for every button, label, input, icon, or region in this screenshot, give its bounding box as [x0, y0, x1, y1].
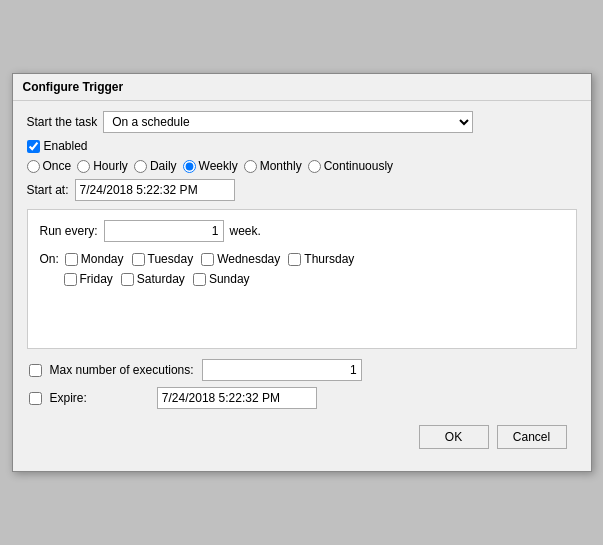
- bottom-section: Max number of executions: Expire:: [27, 359, 577, 409]
- day-monday-checkbox[interactable]: [65, 253, 78, 266]
- day-tuesday[interactable]: Tuesday: [132, 252, 194, 266]
- run-every-label: Run every:: [40, 224, 98, 238]
- start-task-label: Start the task: [27, 115, 98, 129]
- on-label: On:: [40, 252, 59, 266]
- max-executions-checkbox[interactable]: [29, 364, 42, 377]
- max-executions-label[interactable]: Max number of executions:: [50, 363, 194, 377]
- day-thursday-checkbox[interactable]: [288, 253, 301, 266]
- dialog-buttons: OK Cancel: [27, 419, 577, 457]
- schedule-type-group: Once Hourly Daily Weekly Monthly Continu…: [27, 159, 577, 173]
- radio-hourly[interactable]: Hourly: [77, 159, 128, 173]
- radio-monthly[interactable]: Monthly: [244, 159, 302, 173]
- day-sunday-checkbox[interactable]: [193, 273, 206, 286]
- expire-label[interactable]: Expire:: [50, 391, 87, 405]
- day-friday-checkbox[interactable]: [64, 273, 77, 286]
- start-task-select[interactable]: On a schedule At log on At startup On id…: [103, 111, 473, 133]
- day-tuesday-checkbox[interactable]: [132, 253, 145, 266]
- ok-button[interactable]: OK: [419, 425, 489, 449]
- dialog-title: Configure Trigger: [13, 74, 591, 101]
- expire-checkbox[interactable]: [29, 392, 42, 405]
- day-sunday[interactable]: Sunday: [193, 272, 250, 286]
- expire-input[interactable]: [157, 387, 317, 409]
- day-wednesday-checkbox[interactable]: [201, 253, 214, 266]
- radio-monthly-input[interactable]: [244, 160, 257, 173]
- max-executions-input[interactable]: [202, 359, 362, 381]
- day-monday[interactable]: Monday: [65, 252, 124, 266]
- day-saturday-checkbox[interactable]: [121, 273, 134, 286]
- schedule-options-box: Run every: week. On: Monday Tuesday: [27, 209, 577, 349]
- start-at-label: Start at:: [27, 183, 69, 197]
- day-wednesday[interactable]: Wednesday: [201, 252, 280, 266]
- radio-continuously[interactable]: Continuously: [308, 159, 393, 173]
- radio-weekly-input[interactable]: [183, 160, 196, 173]
- radio-weekly[interactable]: Weekly: [183, 159, 238, 173]
- radio-once[interactable]: Once: [27, 159, 72, 173]
- configure-trigger-dialog: Configure Trigger Start the task On a sc…: [12, 73, 592, 472]
- radio-hourly-input[interactable]: [77, 160, 90, 173]
- radio-daily[interactable]: Daily: [134, 159, 177, 173]
- enabled-label[interactable]: Enabled: [44, 139, 88, 153]
- day-thursday[interactable]: Thursday: [288, 252, 354, 266]
- radio-once-input[interactable]: [27, 160, 40, 173]
- enabled-checkbox[interactable]: [27, 140, 40, 153]
- run-every-input[interactable]: [104, 220, 224, 242]
- radio-daily-input[interactable]: [134, 160, 147, 173]
- cancel-button[interactable]: Cancel: [497, 425, 567, 449]
- day-friday[interactable]: Friday: [64, 272, 113, 286]
- run-every-unit: week.: [230, 224, 261, 238]
- start-at-input[interactable]: [75, 179, 235, 201]
- day-saturday[interactable]: Saturday: [121, 272, 185, 286]
- radio-continuously-input[interactable]: [308, 160, 321, 173]
